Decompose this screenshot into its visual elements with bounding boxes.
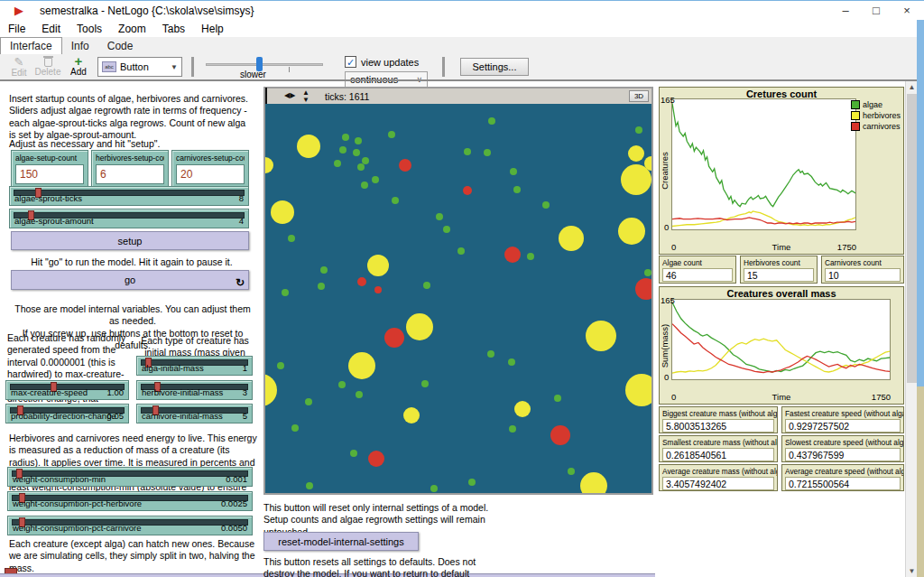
creature-alga	[508, 358, 515, 366]
monitor-value: 5.8003513265	[662, 419, 774, 433]
view-updates-checkbox[interactable]: ✓	[345, 56, 356, 68]
monitor-label: Biggest creature mass (without algae)	[660, 407, 777, 418]
slider-algae-sprout-ticks[interactable]: algae-sprout-ticks8	[9, 186, 249, 206]
slider-weight-consumption-min[interactable]: weight-consumption-min0.001	[7, 467, 253, 487]
slider-label: probability-direction-change	[11, 411, 116, 421]
plot-area	[671, 299, 891, 380]
monitor-value: 0.2618540561	[662, 448, 774, 461]
menu-zoom[interactable]: Zoom	[110, 21, 154, 37]
speed-slider[interactable]: slower	[206, 54, 332, 79]
slider-label: weight-consupmtion-pct-carnivore	[13, 523, 142, 533]
reset-model-internal-settings-button[interactable]: reset-model-internal-settings	[263, 532, 419, 551]
creature-alga	[338, 381, 346, 388]
slider-value: 0.0050	[221, 523, 247, 533]
inputbox-algae-setup-count[interactable]: algae-setup-count150	[11, 150, 88, 188]
inputbox-herbivores-setup-count[interactable]: herbivores-setup-count6	[91, 150, 169, 188]
slider-value: 0.0025	[221, 498, 247, 508]
menu-edit[interactable]: Edit	[33, 21, 69, 37]
slider-weight-consupmtion-pct-herbivore[interactable]: weight-consupmtion-pct-herbivore0.0025	[7, 491, 253, 511]
inputbox-carnivores-setup-count[interactable]: carnivores-setup-count20	[171, 150, 249, 188]
slider-value: 8	[239, 193, 244, 203]
menu-help[interactable]: Help	[193, 21, 232, 37]
vertical-arrows-icon[interactable]: ▲▼	[302, 89, 310, 104]
widget-type-chooser[interactable]: abc Button ▼	[97, 57, 182, 77]
slider-algae-sprout-amount[interactable]: algae-sprout-amount4	[9, 209, 249, 228]
creature-alga	[430, 485, 438, 492]
creature-alga	[527, 253, 534, 260]
creature-alga	[356, 391, 363, 398]
slider-value: 4	[239, 216, 244, 226]
creature-alga	[339, 146, 346, 154]
tab-code[interactable]: Code	[98, 38, 143, 54]
creature-alga	[568, 468, 575, 475]
plot-area	[671, 98, 856, 230]
x-max-tick: 1750	[872, 392, 891, 402]
speed-slider-track[interactable]	[206, 63, 323, 66]
minimize-button[interactable]: –	[832, 3, 859, 19]
settings-button[interactable]: Settings...	[460, 58, 529, 76]
slider-label: alga-initial-mass	[142, 363, 204, 373]
tab-interface[interactable]: Interface	[0, 37, 62, 54]
menu-tabs[interactable]: Tabs	[154, 21, 193, 37]
delete-tool[interactable]: Delete	[32, 56, 63, 77]
monitor-label: Algae count	[660, 256, 735, 267]
slider-herbivore-initial-mass[interactable]: herbivore-initial-mass3	[136, 380, 253, 400]
slider-probability-direction-change[interactable]: probability-direction-change0.05	[5, 404, 129, 423]
edit-tool[interactable]: ✎ Edit	[7, 56, 31, 78]
creature-herbivore	[367, 255, 389, 276]
view-3d-button[interactable]: 3D	[629, 90, 649, 102]
legend-label: herbivores	[863, 111, 901, 120]
creature-alga	[334, 160, 341, 167]
creature-alga	[513, 186, 521, 193]
slider-max-creature-speed[interactable]: max-creature-speed1.00	[5, 380, 129, 400]
resize-view-icon[interactable]	[265, 88, 267, 105]
go-button[interactable]: go ↻	[11, 270, 249, 290]
creature-alga	[487, 350, 494, 358]
menu-bar: FileEditToolsZoomTabsHelp	[0, 20, 924, 37]
slider-carnivore-initial-mass[interactable]: carnivore-initial-mass5	[136, 404, 253, 423]
monitor-label: Carnivores count	[822, 256, 903, 267]
menu-file[interactable]: File	[0, 21, 33, 37]
y-max-tick: 165	[661, 95, 675, 105]
tab-info[interactable]: Info	[62, 38, 98, 54]
creature-herbivore	[628, 145, 644, 162]
creature-alga	[288, 235, 295, 242]
creature-carnivore	[399, 159, 411, 172]
title-bar[interactable]: ▶ semestralka - NetLogo {C:\skola\vse\si…	[0, 0, 924, 20]
slider-label: algae-sprout-amount	[14, 216, 94, 226]
x-axis-label: Time	[772, 242, 791, 252]
creature-herbivore	[559, 226, 584, 251]
creature-alga	[644, 269, 651, 276]
setup-button[interactable]: setup	[11, 231, 249, 250]
creature-herbivore	[348, 352, 375, 379]
close-button[interactable]: ×	[893, 3, 920, 19]
creature-alga	[488, 117, 495, 125]
slider-weight-consupmtion-pct-carnivore[interactable]: weight-consupmtion-pct-carnivore0.0050	[7, 516, 253, 535]
creature-alga	[423, 282, 430, 289]
creature-alga	[510, 168, 517, 175]
legend-swatch	[851, 122, 860, 131]
horizontal-arrows-icon[interactable]: ◀▶	[284, 92, 295, 99]
inputbox-value[interactable]: 6	[96, 164, 164, 184]
monitor-value: 0.437967599	[785, 448, 901, 461]
vertical-scrollbar[interactable]: ▲ ▼	[905, 81, 917, 577]
world-view[interactable]: ◀▶ ▲▼ ticks: 1611 3D	[263, 87, 653, 495]
monitor-value: 46	[662, 268, 733, 282]
world-canvas[interactable]	[265, 104, 651, 493]
inputbox-value[interactable]: 20	[176, 164, 245, 184]
menu-tools[interactable]: Tools	[69, 21, 110, 37]
inputbox-value[interactable]: 150	[15, 164, 84, 184]
y-min-tick: 0	[664, 372, 669, 382]
view-updates-control[interactable]: ✓ view updates	[345, 56, 419, 68]
y-min-tick: 0	[664, 222, 669, 232]
go-button-label: go	[125, 275, 135, 285]
legend-item: herbivores	[851, 111, 901, 120]
creature-carnivore	[504, 247, 521, 263]
add-tool[interactable]: + Add	[67, 55, 90, 77]
creature-herbivore	[406, 313, 433, 340]
maximize-button[interactable]: □	[863, 3, 890, 19]
slider-alga-initial-mass[interactable]: alga-initial-mass1	[136, 356, 253, 376]
slider-label: herbivore-initial-mass	[142, 387, 223, 397]
scrollbar-thumb[interactable]	[907, 94, 917, 383]
creature-herbivore	[271, 200, 294, 224]
